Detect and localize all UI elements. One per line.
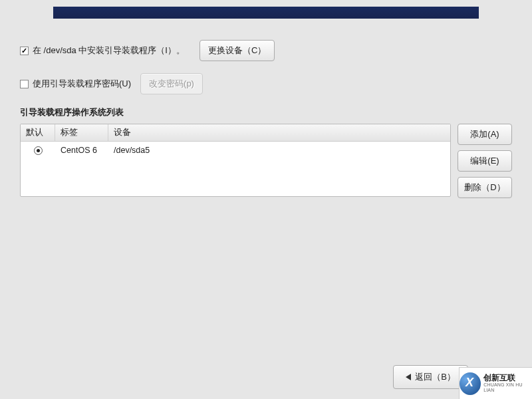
use-password-checkbox[interactable] xyxy=(20,80,29,88)
main-content: 在 /dev/sda 中安装引导装载程序（I）。 更换设备（C） 使用引导装载程… xyxy=(20,40,512,198)
table-row[interactable]: CentOS 6 /dev/sda5 xyxy=(21,142,450,159)
col-label[interactable]: 标签 xyxy=(55,124,108,141)
watermark-brand-en: CHUANG XIN HU LIAN xyxy=(483,382,532,392)
os-table-header: 默认 标签 设备 xyxy=(21,124,450,142)
col-device[interactable]: 设备 xyxy=(108,124,450,141)
watermark-text: 创新互联 CHUANG XIN HU LIAN xyxy=(483,374,532,393)
row-device: /dev/sda5 xyxy=(108,144,450,156)
change-password-button: 改变密码(p) xyxy=(140,73,203,94)
default-radio[interactable] xyxy=(34,146,43,155)
install-bootloader-label: 在 /dev/sda 中安装引导装载程序（I）。 xyxy=(33,45,185,57)
delete-button[interactable]: 删除（D） xyxy=(458,177,512,198)
back-button[interactable]: 返回（B） xyxy=(393,365,468,389)
install-bootloader-checkbox[interactable] xyxy=(20,47,29,55)
back-label: 返回（B） xyxy=(415,371,456,383)
header-banner xyxy=(53,7,479,19)
os-table: 默认 标签 设备 CentOS 6 /dev/sda5 xyxy=(20,124,451,197)
os-table-area: 默认 标签 设备 CentOS 6 /dev/sda5 添加(A) 编辑(E) … xyxy=(20,124,512,198)
use-password-label: 使用引导装载程序密码(U) xyxy=(33,78,131,90)
change-device-button[interactable]: 更换设备（C） xyxy=(200,40,275,61)
install-bootloader-row: 在 /dev/sda 中安装引导装载程序（I）。 更换设备（C） xyxy=(20,40,512,61)
os-list-title: 引导装载程序操作系统列表 xyxy=(20,106,512,118)
bootloader-password-row: 使用引导装载程序密码(U) 改变密码(p) xyxy=(20,73,512,94)
arrow-left-icon xyxy=(406,374,411,380)
watermark: 创新互联 CHUANG XIN HU LIAN xyxy=(459,367,532,399)
watermark-brand-cn: 创新互联 xyxy=(483,374,532,382)
row-label: CentOS 6 xyxy=(55,144,108,156)
side-buttons: 添加(A) 编辑(E) 删除（D） xyxy=(458,124,512,198)
col-default[interactable]: 默认 xyxy=(21,124,55,141)
add-button[interactable]: 添加(A) xyxy=(458,124,512,145)
edit-button[interactable]: 编辑(E) xyxy=(458,150,512,172)
watermark-logo-icon xyxy=(460,372,481,395)
